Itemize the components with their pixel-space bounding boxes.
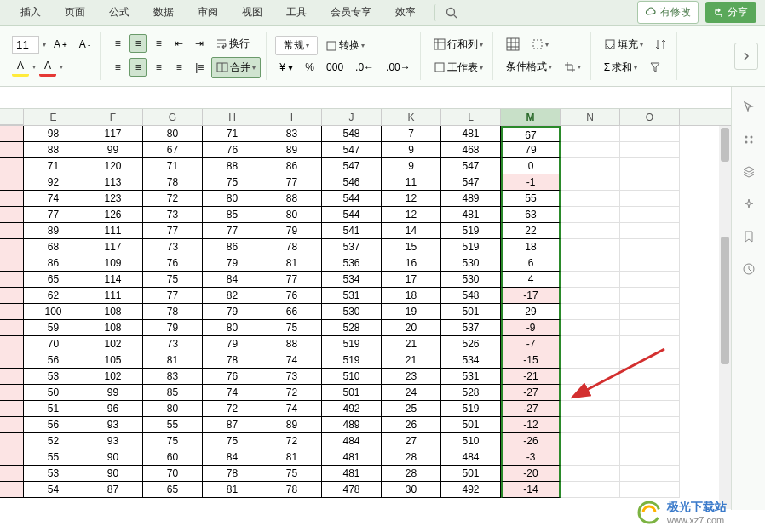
cell[interactable]: 24 (382, 385, 441, 401)
cell[interactable]: 50 (24, 385, 83, 401)
cell[interactable]: 484 (441, 449, 501, 466)
cell[interactable]: 67 (501, 126, 561, 142)
cell[interactable]: 21 (382, 352, 441, 369)
cell-empty[interactable] (561, 142, 620, 158)
sort-button[interactable] (651, 36, 671, 53)
cell[interactable]: 501 (441, 466, 501, 482)
cell[interactable]: 547 (441, 174, 501, 191)
tab-tools[interactable]: 工具 (274, 0, 319, 25)
row-header[interactable] (0, 142, 24, 158)
chevron-down-icon[interactable]: ▾ (43, 41, 46, 49)
tab-formula[interactable]: 公式 (97, 0, 141, 25)
cell[interactable]: 126 (83, 207, 143, 223)
cell[interactable]: 4 (501, 272, 561, 288)
cell[interactable]: 85 (143, 385, 203, 401)
row-header[interactable] (0, 466, 24, 482)
cell-empty[interactable] (561, 466, 620, 482)
cell[interactable]: 76 (262, 288, 322, 304)
font-decrease-button[interactable]: A- (75, 36, 95, 53)
cell-empty[interactable] (561, 417, 620, 433)
cell[interactable]: 547 (322, 158, 382, 174)
cell-empty[interactable] (620, 466, 680, 482)
ribbon-expand-button[interactable] (734, 43, 758, 70)
table-style-button[interactable] (502, 35, 524, 54)
row-header[interactable] (0, 158, 24, 174)
cell-empty[interactable] (620, 158, 680, 174)
cell-empty[interactable] (561, 433, 620, 449)
clock-icon[interactable] (740, 260, 757, 277)
cell-empty[interactable] (620, 174, 680, 191)
font-color-button[interactable]: A (39, 57, 56, 77)
cell[interactable]: 77 (24, 207, 83, 223)
scroll-thumb[interactable] (721, 237, 729, 364)
column-header-e[interactable]: E (24, 109, 83, 125)
column-header-k[interactable]: K (382, 109, 441, 125)
cell[interactable]: 75 (143, 272, 203, 288)
row-header[interactable] (0, 126, 24, 142)
column-header-f[interactable]: F (83, 109, 143, 125)
cell[interactable]: 87 (83, 482, 143, 498)
cell[interactable]: 92 (24, 174, 83, 191)
align-top-button[interactable]: ≡ (109, 35, 126, 52)
cell[interactable]: 68 (24, 239, 83, 255)
align-center-button[interactable]: ≡ (129, 58, 147, 77)
cell[interactable]: 99 (83, 142, 143, 158)
align-justify-button[interactable]: ≡ (170, 59, 187, 76)
tab-insert[interactable]: 插入 (9, 0, 53, 25)
row-header[interactable] (0, 385, 24, 401)
cell[interactable]: 72 (262, 433, 322, 449)
cell[interactable]: 492 (322, 401, 382, 417)
cell[interactable]: 9 (382, 158, 441, 174)
cell-empty[interactable] (561, 239, 620, 255)
cell[interactable]: 548 (441, 288, 501, 304)
column-header-l[interactable]: L (441, 109, 501, 125)
cell-empty[interactable] (620, 126, 680, 142)
cell-empty[interactable] (620, 385, 680, 401)
cell[interactable]: 531 (322, 288, 382, 304)
cell[interactable]: 478 (322, 482, 382, 498)
fill-button[interactable]: 填充 ▾ (600, 35, 647, 54)
thousands-button[interactable]: 000 (322, 59, 348, 76)
font-size-input[interactable] (12, 36, 39, 54)
cell[interactable]: 14 (382, 223, 441, 239)
rows-cols-button[interactable]: 行和列 ▾ (429, 35, 487, 54)
has-changes-button[interactable]: 有修改 (637, 1, 699, 24)
cell[interactable]: 78 (143, 174, 203, 191)
cell[interactable]: 75 (262, 320, 322, 336)
cell[interactable]: 530 (441, 255, 501, 272)
settings-icon[interactable] (740, 131, 757, 148)
cell[interactable]: 80 (203, 191, 262, 207)
cell[interactable]: 74 (203, 385, 262, 401)
cell[interactable]: 90 (83, 449, 143, 466)
cell[interactable]: 65 (143, 482, 203, 498)
cell[interactable]: 519 (322, 336, 382, 352)
cell[interactable]: -3 (501, 449, 561, 466)
cell[interactable]: 55 (24, 449, 83, 466)
cell[interactable]: 544 (322, 207, 382, 223)
row-header[interactable] (0, 336, 24, 352)
sparkle-icon[interactable] (740, 196, 757, 213)
cell-empty[interactable] (561, 369, 620, 385)
cell[interactable]: 123 (83, 191, 143, 207)
cell[interactable]: 87 (203, 417, 262, 433)
cell-empty[interactable] (561, 255, 620, 272)
cell[interactable]: -17 (501, 288, 561, 304)
cell[interactable]: 109 (83, 255, 143, 272)
cell[interactable]: 55 (143, 417, 203, 433)
cell[interactable]: 72 (143, 191, 203, 207)
cell[interactable]: 113 (83, 174, 143, 191)
cell[interactable]: 63 (501, 207, 561, 223)
cell[interactable]: 73 (143, 336, 203, 352)
row-header[interactable] (0, 433, 24, 449)
cell[interactable]: 62 (24, 288, 83, 304)
row-header[interactable] (0, 482, 24, 498)
cell[interactable]: -20 (501, 466, 561, 482)
cell[interactable]: 65 (24, 272, 83, 288)
cell[interactable]: 481 (441, 126, 501, 142)
cell[interactable]: 102 (83, 336, 143, 352)
cell-empty[interactable] (620, 191, 680, 207)
cell[interactable]: 89 (262, 417, 322, 433)
cell[interactable]: 73 (143, 207, 203, 223)
cell[interactable]: 25 (382, 401, 441, 417)
cell[interactable]: 84 (203, 272, 262, 288)
